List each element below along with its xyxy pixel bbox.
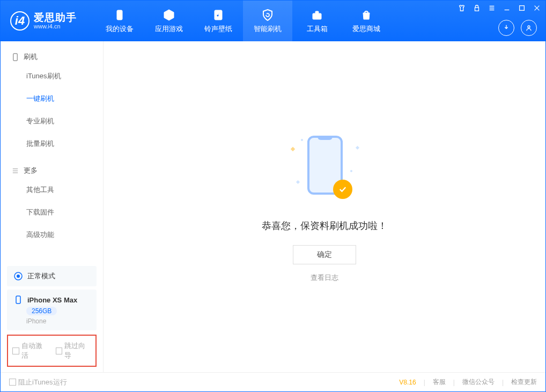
svg-rect-2 [313,13,321,19]
nav-apps-games[interactable]: 应用游戏 [144,1,194,41]
sidebar: 刷机 iTunes刷机 一键刷机 专业刷机 批量刷机 更多 其他工具 下载固件 [1,41,104,372]
minimize-icon[interactable] [503,4,511,12]
logo: i4 爱思助手 www.i4.cn [1,1,86,41]
cube-icon [162,8,176,22]
lock-icon[interactable] [473,4,481,12]
tshirt-icon[interactable] [458,4,466,12]
app-window: i4 爱思助手 www.i4.cn 我的设备 应用游戏 铃声壁纸 智能刷机 [0,0,546,392]
sidebar-item-pro-flash[interactable]: 专业刷机 [1,110,103,132]
checkbox-skip-guide[interactable]: 跳过向导 [56,341,92,360]
checkbox-label: 阻止iTunes运行 [18,378,67,387]
ok-button[interactable]: 确定 [293,245,356,264]
device-mode: 正常模式 [27,271,55,281]
menu-icon[interactable] [488,4,496,12]
download-button[interactable] [498,20,514,36]
header-right-buttons [498,20,537,36]
svg-rect-3 [315,11,319,13]
sidebar-section-flash: 刷机 iTunes刷机 一键刷机 专业刷机 批量刷机 [1,41,103,155]
user-button[interactable] [521,20,537,36]
device-mode-card[interactable]: 正常模式 [7,266,97,286]
check-update-link[interactable]: 检查更新 [511,378,537,387]
nav-store[interactable]: 爱思商城 [342,1,391,41]
sidebar-item-advanced[interactable]: 高级功能 [1,224,103,246]
app-url: www.i4.cn [34,23,77,29]
checkbox-block-itunes[interactable]: 阻止iTunes运行 [9,378,67,387]
sidebar-item-other-tools[interactable]: 其他工具 [1,179,103,201]
wechat-link[interactable]: 微信公众号 [462,378,495,387]
device-name: iPhone XS Max [27,296,77,304]
shield-refresh-icon [261,8,275,22]
checkbox-label: 跳过向导 [64,341,91,360]
device-panel: 正常模式 iPhone XS Max 256GB iPhone 自动激活 [1,263,103,372]
body: 刷机 iTunes刷机 一键刷机 专业刷机 批量刷机 更多 其他工具 下载固件 [1,41,545,372]
svg-rect-7 [13,53,18,60]
sidebar-header-more: 更多 [1,162,103,179]
sidebar-item-batch-flash[interactable]: 批量刷机 [1,132,103,155]
top-nav: 我的设备 应用游戏 铃声壁纸 智能刷机 工具箱 爱思商城 [95,1,391,41]
nav-my-device[interactable]: 我的设备 [95,1,144,41]
nav-ringtones-wallpapers[interactable]: 铃声壁纸 [194,1,243,41]
device-type: iPhone [26,317,46,325]
sidebar-section-title: 刷机 [24,52,38,62]
main-content: 恭喜您，保资料刷机成功啦！ 确定 查看日志 [104,41,545,372]
nav-smart-flash[interactable]: 智能刷机 [243,1,292,41]
music-file-icon [211,8,225,22]
bag-icon [359,8,373,22]
sidebar-section-more: 更多 其他工具 下载固件 高级功能 [1,155,103,246]
nav-label: 铃声壁纸 [204,24,232,34]
nav-toolbox[interactable]: 工具箱 [292,1,342,41]
sidebar-item-one-click-flash[interactable]: 一键刷机 [1,87,103,110]
device-icon [13,295,23,305]
window-controls [458,4,541,12]
footer: 阻止iTunes运行 V8.16 | 客服 | 微信公众号 | 检查更新 [1,372,545,391]
svg-rect-10 [16,296,20,304]
checkbox-auto-activate[interactable]: 自动激活 [12,341,48,360]
logo-icon: i4 [10,11,29,31]
device-info-card[interactable]: iPhone XS Max 256GB iPhone [7,290,97,330]
sidebar-section-title: 更多 [24,166,38,175]
phone-icon [113,8,127,22]
svg-rect-0 [117,10,122,20]
nav-label: 智能刷机 [254,24,282,34]
svg-rect-4 [475,8,479,11]
nav-label: 工具箱 [307,24,328,34]
checkbox-icon [9,379,16,386]
view-log-link[interactable]: 查看日志 [311,273,338,283]
nav-label: 应用游戏 [155,24,183,34]
header: i4 爱思助手 www.i4.cn 我的设备 应用游戏 铃声壁纸 智能刷机 [1,1,545,41]
success-message: 恭喜您，保资料刷机成功啦！ [262,219,387,232]
maximize-icon[interactable] [518,4,526,12]
list-icon [11,167,19,175]
close-icon[interactable] [533,4,541,12]
nav-label: 我的设备 [106,24,134,34]
bottom-options-highlighted: 自动激活 跳过向导 [7,335,97,367]
checkbox-icon [12,347,19,354]
sidebar-header-flash: 刷机 [1,49,103,65]
sidebar-item-download-firmware[interactable]: 下载固件 [1,201,103,224]
svg-point-6 [528,26,530,28]
device-icon [11,53,19,61]
support-link[interactable]: 客服 [433,378,446,387]
svg-rect-5 [520,6,525,11]
app-name: 爱思助手 [34,12,77,24]
check-circle-icon [333,180,352,199]
device-storage: 256GB [26,307,57,315]
toolbox-icon [310,8,324,22]
success-illustration [287,131,362,206]
mode-icon [13,271,23,281]
checkbox-label: 自动激活 [21,341,48,360]
sidebar-item-itunes-flash[interactable]: iTunes刷机 [1,65,103,87]
svg-point-9 [17,275,20,278]
checkbox-icon [56,347,63,354]
version-label: V8.16 [399,379,416,386]
nav-label: 爱思商城 [352,24,380,34]
